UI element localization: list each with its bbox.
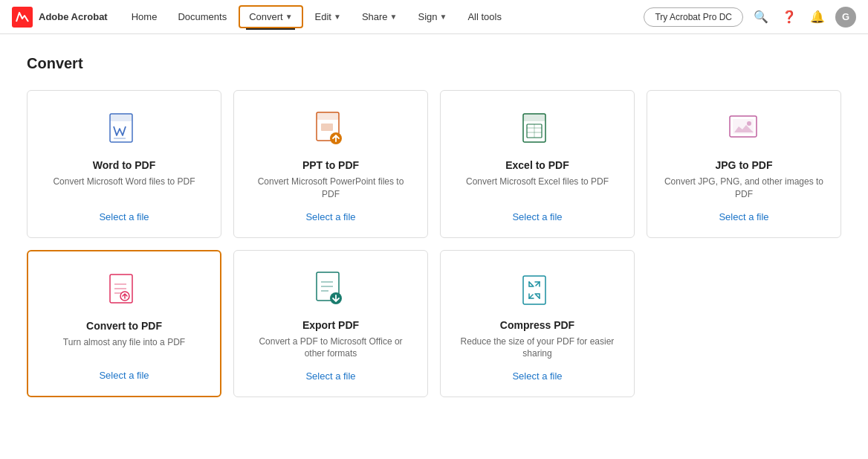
- navbar-right: Try Acrobat Pro DC 🔍 ❓ 🔔 G: [644, 7, 856, 28]
- compress-pdf-icon: [519, 272, 555, 310]
- convert-to-pdf-icon: [106, 272, 142, 311]
- svg-rect-9: [523, 114, 545, 121]
- export-pdf-link[interactable]: Select a file: [305, 370, 355, 382]
- card-export-pdf[interactable]: Export PDF Convert a PDF to Microsoft Of…: [233, 250, 428, 398]
- nav-item-alltools[interactable]: All tools: [459, 7, 511, 27]
- card-excel-to-pdf[interactable]: Excel to PDF Convert Microsoft Excel fil…: [440, 90, 635, 238]
- nav-item-sign[interactable]: Sign ▼: [409, 7, 456, 27]
- nav-item-share[interactable]: Share ▼: [353, 7, 407, 27]
- word-to-pdf-desc: Convert Microsoft Word files to PDF: [53, 176, 195, 201]
- excel-to-pdf-desc: Convert Microsoft Excel files to PDF: [466, 176, 609, 201]
- jpg-to-pdf-title: JPG to PDF: [715, 159, 772, 171]
- card-compress-pdf[interactable]: Compress PDF Reduce the size of your PDF…: [440, 250, 635, 398]
- main-content: Convert Word to PDF Convert Microsoft Wo…: [0, 34, 868, 418]
- help-icon[interactable]: ❓: [779, 7, 800, 28]
- cards-row1: Word to PDF Convert Microsoft Word files…: [27, 90, 841, 238]
- excel-to-pdf-title: Excel to PDF: [505, 159, 569, 171]
- word-to-pdf-title: Word to PDF: [93, 159, 156, 171]
- card-empty-placeholder: [647, 250, 841, 398]
- svg-point-16: [747, 121, 751, 126]
- export-pdf-title: Export PDF: [302, 319, 359, 331]
- sign-chevron-icon: ▼: [440, 13, 447, 21]
- brand-name: Adobe Acrobat: [39, 11, 108, 22]
- jpg-to-pdf-icon: [726, 112, 762, 150]
- excel-to-pdf-icon: [519, 112, 555, 150]
- ppt-to-pdf-icon: [313, 112, 349, 150]
- ppt-to-pdf-link[interactable]: Select a file: [305, 211, 355, 222]
- svg-rect-2: [110, 114, 132, 121]
- export-pdf-desc: Convert a PDF to Microsoft Office or oth…: [249, 336, 412, 361]
- nav-item-edit[interactable]: Edit ▼: [306, 7, 350, 27]
- card-convert-to-pdf[interactable]: Convert to PDF Turn almost any file into…: [27, 250, 221, 398]
- svg-rect-27: [523, 276, 545, 304]
- card-word-to-pdf[interactable]: Word to PDF Convert Microsoft Word files…: [27, 90, 221, 238]
- edit-chevron-icon: ▼: [334, 13, 341, 21]
- svg-rect-5: [317, 112, 339, 120]
- convert-to-pdf-link[interactable]: Select a file: [99, 370, 149, 381]
- ppt-to-pdf-desc: Convert Microsoft PowerPoint files to PD…: [249, 176, 412, 201]
- svg-rect-6: [321, 123, 333, 131]
- page-title: Convert: [27, 55, 841, 72]
- convert-to-pdf-desc: Turn almost any file into a PDF: [63, 336, 185, 360]
- nav-item-documents[interactable]: Documents: [169, 7, 236, 27]
- brand-logo[interactable]: Adobe Acrobat: [12, 7, 108, 28]
- share-chevron-icon: ▼: [390, 13, 398, 21]
- compress-pdf-link[interactable]: Select a file: [512, 370, 562, 382]
- ppt-to-pdf-title: PPT to PDF: [302, 159, 359, 171]
- compress-pdf-desc: Reduce the size of your PDF for easier s…: [456, 336, 619, 361]
- try-pro-button[interactable]: Try Acrobat Pro DC: [644, 7, 743, 27]
- jpg-to-pdf-link[interactable]: Select a file: [719, 211, 768, 222]
- navbar: Adobe Acrobat Home Documents Convert ▼ E…: [0, 0, 868, 34]
- convert-chevron-icon: ▼: [285, 13, 293, 21]
- word-to-pdf-link[interactable]: Select a file: [99, 211, 149, 222]
- nav-items: Home Documents Convert ▼ Edit ▼ Share ▼ …: [123, 5, 644, 28]
- nav-item-convert[interactable]: Convert ▼: [239, 5, 302, 28]
- excel-to-pdf-link[interactable]: Select a file: [512, 211, 562, 222]
- search-icon[interactable]: 🔍: [751, 7, 771, 28]
- nav-item-home[interactable]: Home: [123, 7, 166, 27]
- notifications-icon[interactable]: 🔔: [807, 7, 828, 28]
- cards-row2: Convert to PDF Turn almost any file into…: [27, 250, 841, 398]
- card-ppt-to-pdf[interactable]: PPT to PDF Convert Microsoft PowerPoint …: [233, 90, 428, 238]
- avatar[interactable]: G: [835, 7, 856, 28]
- convert-to-pdf-title: Convert to PDF: [86, 320, 162, 332]
- acrobat-logo-icon: [12, 7, 33, 28]
- jpg-to-pdf-desc: Convert JPG, PNG, and other images to PD…: [662, 176, 826, 201]
- card-jpg-to-pdf[interactable]: JPG to PDF Convert JPG, PNG, and other i…: [647, 90, 841, 238]
- compress-pdf-title: Compress PDF: [500, 319, 574, 331]
- word-to-pdf-icon: [106, 112, 142, 150]
- export-pdf-icon: [313, 272, 349, 310]
